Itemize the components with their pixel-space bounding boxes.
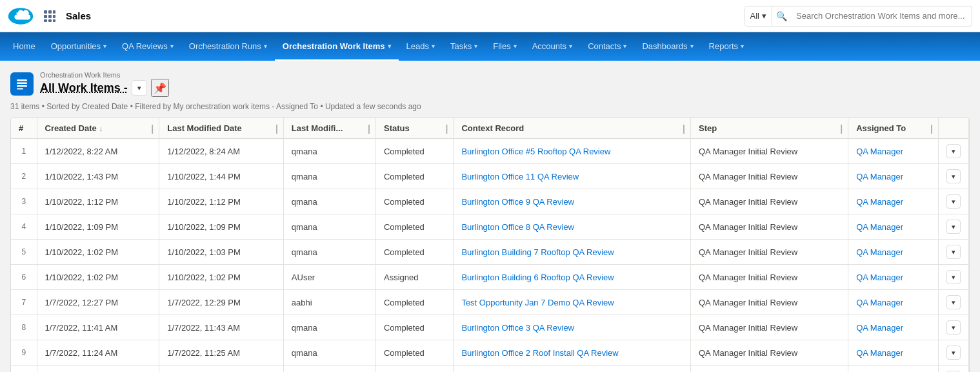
- row-action-button[interactable]: ▾: [946, 220, 961, 234]
- col-resize-lastModifiedDate[interactable]: |: [270, 118, 283, 138]
- nav-bar: HomeOpportunities▾QA Reviews▾Orchestrati…: [0, 32, 980, 61]
- col-label-assignedTo: Assigned To: [856, 123, 906, 133]
- nav-item-accounts[interactable]: Accounts▾: [525, 32, 580, 61]
- col-resize-assignedTo[interactable]: |: [925, 118, 938, 138]
- cell-row-action: ▾: [939, 240, 969, 265]
- col-label-num: #: [19, 123, 23, 133]
- cell-last-modified-date: 1/10/2022, 1:44 PM: [159, 164, 284, 189]
- nav-chevron: ▾: [432, 43, 435, 50]
- cell-assigned-to[interactable]: QA Manager: [848, 214, 939, 240]
- svg-rect-12: [17, 85, 27, 87]
- row-action-button[interactable]: ▾: [946, 245, 961, 259]
- cell-status: Assigned: [375, 265, 453, 290]
- app-launcher-button[interactable]: [40, 6, 59, 26]
- list-view-dropdown-button[interactable]: ▾: [132, 80, 147, 96]
- cell-last-modified-by: qmana: [283, 189, 375, 214]
- cell-assigned-to[interactable]: QA Manager: [848, 366, 939, 373]
- search-input[interactable]: [791, 11, 972, 21]
- cell-context-record[interactable]: Test Opportunity Jan 7 Demo QA Review: [454, 290, 691, 315]
- col-resize-step[interactable]: |: [835, 118, 848, 138]
- cell-num: 9: [11, 340, 37, 366]
- nav-item-orchestration-work-items[interactable]: Orchestration Work Items▾: [275, 32, 399, 61]
- cell-last-modified-date: 1/12/2022, 8:24 AM: [159, 139, 284, 164]
- nav-item-leads[interactable]: Leads▾: [399, 32, 443, 61]
- cell-last-modified-date: 1/10/2022, 1:03 PM: [159, 240, 284, 265]
- cell-assigned-to[interactable]: QA Manager: [848, 164, 939, 189]
- cell-assigned-to[interactable]: QA Manager: [848, 265, 939, 290]
- col-resize-lastModifiedBy[interactable]: |: [363, 118, 375, 138]
- nav-item-reports[interactable]: Reports▾: [701, 32, 752, 61]
- cell-num: 2: [11, 164, 37, 189]
- nav-item-contacts[interactable]: Contacts▾: [580, 32, 634, 61]
- cell-assigned-to[interactable]: QA Manager: [848, 290, 939, 315]
- row-action-button[interactable]: ▾: [946, 144, 961, 158]
- col-header-num: #: [11, 118, 37, 139]
- nav-item-dashboards[interactable]: Dashboards▾: [634, 32, 701, 61]
- nav-item-qa-reviews[interactable]: QA Reviews▾: [114, 32, 181, 61]
- sort-icon-createdDate: ↓: [99, 125, 103, 132]
- row-action-button[interactable]: ▾: [946, 295, 961, 309]
- nav-item-tasks[interactable]: Tasks▾: [443, 32, 485, 61]
- cell-context-record[interactable]: Burlington Office 11 QA Review: [454, 164, 691, 189]
- cell-context-record[interactable]: Burlington Building 7 Rooftop QA Review: [454, 240, 691, 265]
- pin-button[interactable]: 📌: [151, 79, 169, 97]
- cell-assigned-to[interactable]: QA Manager: [848, 240, 939, 265]
- cell-context-record[interactable]: Burlington Office1 QA Review: [454, 366, 691, 373]
- cell-num: 10: [11, 366, 37, 373]
- cell-context-record[interactable]: Burlington Office 3 QA Review: [454, 315, 691, 340]
- row-action-button[interactable]: ▾: [946, 320, 961, 335]
- cell-last-modified-by: qmana: [283, 315, 375, 340]
- cell-last-modified-by: qmana: [283, 240, 375, 265]
- cell-step: QA Manager Initial Review: [690, 189, 848, 214]
- cell-num: 1: [11, 139, 37, 164]
- col-resize-status[interactable]: |: [440, 118, 453, 138]
- search-icon: 🔍: [772, 11, 791, 21]
- cell-assigned-to[interactable]: QA Manager: [848, 340, 939, 366]
- cell-num: 6: [11, 265, 37, 290]
- row-action-button[interactable]: ▾: [946, 346, 961, 360]
- row-action-button[interactable]: ▾: [946, 270, 961, 284]
- cell-created-date: 1/10/2022, 1:43 PM: [37, 164, 159, 189]
- cell-assigned-to[interactable]: QA Manager: [848, 139, 939, 164]
- cell-created-date: 1/10/2022, 1:02 PM: [37, 240, 159, 265]
- nav-bar-wrapper: HomeOpportunities▾QA Reviews▾Orchestrati…: [0, 32, 980, 61]
- nav-item-opportunities[interactable]: Opportunities▾: [43, 32, 114, 61]
- cell-last-modified-by: aabhi: [283, 290, 375, 315]
- table-row: 31/10/2022, 1:12 PM1/10/2022, 1:12 PMqma…: [11, 189, 969, 214]
- table-row: 61/10/2022, 1:02 PM1/10/2022, 1:02 PMAUs…: [11, 265, 969, 290]
- cell-context-record[interactable]: Burlington Building 6 Rooftop QA Review: [454, 265, 691, 290]
- search-container: All ▾ 🔍: [745, 6, 972, 26]
- cell-created-date: 1/7/2022, 12:27 PM: [37, 290, 159, 315]
- cell-assigned-to[interactable]: QA Manager: [848, 315, 939, 340]
- cell-row-action: ▾: [939, 164, 969, 189]
- cell-context-record[interactable]: Burlington Office #5 Rooftop QA Review: [454, 139, 691, 164]
- nav-item-home[interactable]: Home: [5, 32, 43, 61]
- cell-last-modified-by: qmana: [283, 214, 375, 240]
- cell-num: 3: [11, 189, 37, 214]
- col-header-createdDate[interactable]: Created Date↓|: [37, 118, 159, 139]
- col-header-status: Status|: [375, 118, 453, 139]
- cell-last-modified-date: 1/7/2022, 11:43 AM: [159, 315, 284, 340]
- cell-context-record[interactable]: Burlington Office 9 QA Review: [454, 189, 691, 214]
- cell-context-record[interactable]: Burlington Office 8 QA Review: [454, 214, 691, 240]
- nav-chevron: ▾: [741, 43, 744, 50]
- cell-created-date: 1/7/2022, 11:41 AM: [37, 315, 159, 340]
- col-label-status: Status: [384, 123, 410, 133]
- col-resize-contextRecord[interactable]: |: [677, 118, 690, 138]
- row-action-button[interactable]: ▾: [946, 169, 961, 183]
- cell-last-modified-date: 1/7/2022, 12:29 PM: [159, 290, 284, 315]
- search-scope-selector[interactable]: All ▾: [745, 6, 772, 26]
- nav-item-orchestration-runs[interactable]: Orchestration Runs▾: [181, 32, 275, 61]
- table-row: 21/10/2022, 1:43 PM1/10/2022, 1:44 PMqma…: [11, 164, 969, 189]
- cell-assigned-to[interactable]: QA Manager: [848, 189, 939, 214]
- col-label-step: Step: [699, 123, 717, 133]
- cell-row-action: ▾: [939, 189, 969, 214]
- row-action-button[interactable]: ▾: [946, 194, 961, 209]
- cell-context-record[interactable]: Burlington Office 2 Roof Install QA Revi…: [454, 340, 691, 366]
- col-label-lastModifiedDate: Last Modified Date: [167, 123, 242, 133]
- cell-num: 7: [11, 290, 37, 315]
- col-resize-createdDate[interactable]: |: [146, 118, 159, 138]
- cell-status: Completed: [375, 189, 453, 214]
- nav-item-files[interactable]: Files▾: [485, 32, 524, 61]
- nav-chevron: ▾: [170, 43, 174, 50]
